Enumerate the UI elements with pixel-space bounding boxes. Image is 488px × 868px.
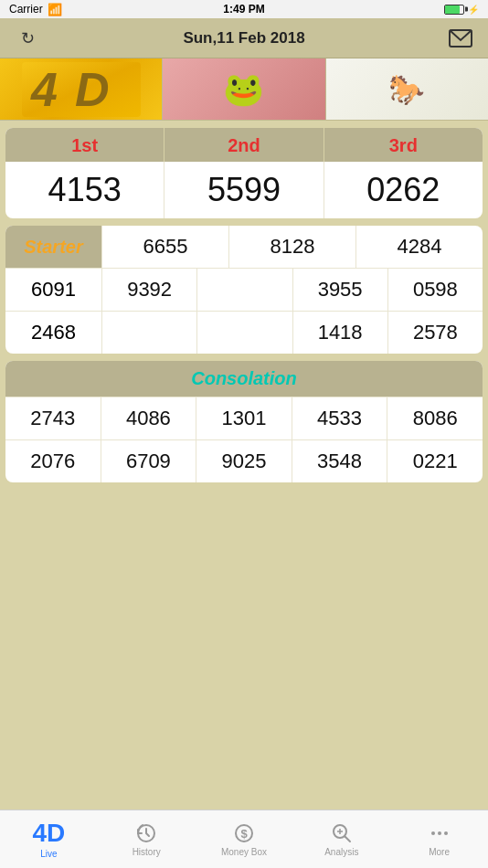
starter-right-2: 9392 3955 0598 <box>102 269 483 311</box>
tab-moneybox[interactable]: $ Money Box <box>196 810 293 868</box>
horse-emoji: 🐎 <box>388 72 425 107</box>
starter-label-cell: Starter <box>5 226 102 268</box>
consolation-table: Consolation 2743 4086 1301 4533 8086 207… <box>5 361 483 482</box>
tab-analysis[interactable]: Analysis <box>292 810 390 868</box>
4d-logo-svg: 4 D <box>22 62 141 117</box>
con-r1-c3: 1301 <box>196 397 292 439</box>
mail-button[interactable] <box>448 26 473 51</box>
results-header: 1st 2nd 3rd <box>5 128 483 162</box>
starter-num-2: 8128 <box>229 226 356 268</box>
logo-horse[interactable]: 🐎 <box>326 58 488 120</box>
battery-icon <box>444 5 464 15</box>
history-icon <box>135 822 157 844</box>
nav-bar: ↻ Sun,11 Feb 2018 <box>0 18 488 58</box>
starter-header-row: Starter 6655 8128 4284 <box>5 226 483 268</box>
con-r2-c2: 6709 <box>101 440 197 482</box>
result-3rd: 0262 <box>324 162 483 218</box>
tab-analysis-label: Analysis <box>324 847 358 857</box>
rank-2nd-header: 2nd <box>164 128 324 162</box>
svg-line-8 <box>345 836 350 842</box>
starter-table: Starter 6655 8128 4284 6091 9392 3955 05… <box>5 226 483 354</box>
con-r2-c1: 2076 <box>5 440 101 482</box>
starter-row-2: 6091 9392 3955 0598 <box>5 268 483 311</box>
starter-label: Starter <box>24 237 82 258</box>
results-table: 1st 2nd 3rd 4153 5599 0262 <box>5 128 483 218</box>
logo-frog[interactable]: 🐸 <box>163 58 325 120</box>
svg-text:D: D <box>75 63 110 116</box>
more-icon <box>429 822 451 844</box>
starter-r2-3: 3955 <box>293 269 388 311</box>
status-carrier: Carrier 📶 <box>9 3 62 16</box>
status-right: ⚡ <box>444 5 479 15</box>
starter-r3-2 <box>197 312 292 354</box>
moneybox-icon: $ <box>233 822 255 844</box>
starter-left-2: 6091 <box>5 269 102 311</box>
con-r1-c5: 8086 <box>387 397 483 439</box>
tab-bar: 4D Live History $ Money Box Analysis <box>0 810 488 868</box>
status-bar: Carrier 📶 1:49 PM ⚡ <box>0 0 488 18</box>
rank-1st-header: 1st <box>5 128 164 162</box>
carrier-label: Carrier <box>9 3 43 16</box>
rank-3rd-header: 3rd <box>324 128 483 162</box>
tab-history[interactable]: History <box>98 810 196 868</box>
con-r1-c1: 2743 <box>5 397 101 439</box>
logo-row: 4 D 🐸 🐎 <box>0 58 488 121</box>
con-r2-c4: 3548 <box>292 440 388 482</box>
reload-button[interactable]: ↻ <box>15 26 40 51</box>
svg-text:$: $ <box>240 827 248 841</box>
starter-r3-1 <box>102 312 197 354</box>
tab-history-label: History <box>133 847 161 857</box>
starter-first-nums: 6655 8128 4284 <box>102 226 483 268</box>
tab-moneybox-label: Money Box <box>221 847 267 857</box>
tab-live-icon: 4D <box>33 820 66 846</box>
tab-live-label: Live <box>40 849 57 859</box>
con-r1-c4: 4533 <box>292 397 388 439</box>
result-1st: 4153 <box>5 162 164 218</box>
wifi-icon: 📶 <box>48 3 62 16</box>
starter-r3-4: 2578 <box>388 312 483 354</box>
svg-point-12 <box>438 831 441 835</box>
svg-text:4: 4 <box>30 63 58 116</box>
consolation-label: Consolation <box>191 368 297 388</box>
starter-num-3: 4284 <box>356 226 483 268</box>
starter-left-3: 2468 <box>5 312 102 354</box>
svg-point-11 <box>431 831 435 835</box>
starter-r3-3: 1418 <box>293 312 388 354</box>
status-time: 1:49 PM <box>223 3 264 16</box>
tab-live[interactable]: 4D Live <box>0 810 98 868</box>
con-r2-c3: 9025 <box>196 440 292 482</box>
starter-num-1: 6655 <box>102 226 229 268</box>
frog-emoji: 🐸 <box>223 70 264 109</box>
con-r2-c5: 0221 <box>387 440 483 482</box>
starter-row-3: 2468 1418 2578 <box>5 311 483 354</box>
logo-4d[interactable]: 4 D <box>0 58 163 120</box>
battery-bolt: ⚡ <box>468 5 479 15</box>
consolation-row-2: 2076 6709 9025 3548 0221 <box>5 439 483 482</box>
starter-r2-1: 9392 <box>102 269 197 311</box>
results-values: 4153 5599 0262 <box>5 162 483 218</box>
main-content: 1st 2nd 3rd 4153 5599 0262 Starter 6655 … <box>0 121 488 497</box>
consolation-row-1: 2743 4086 1301 4533 8086 <box>5 397 483 439</box>
analysis-icon <box>331 822 353 844</box>
starter-r2-2 <box>197 269 292 311</box>
nav-title: Sun,11 Feb 2018 <box>183 29 304 48</box>
consolation-header: Consolation <box>5 361 483 397</box>
con-r1-c2: 4086 <box>101 397 197 439</box>
svg-point-13 <box>444 831 448 835</box>
result-2nd: 5599 <box>164 162 324 218</box>
starter-r2-4: 0598 <box>388 269 483 311</box>
tab-more-label: More <box>429 847 450 857</box>
tab-more[interactable]: More <box>390 810 488 868</box>
mail-icon <box>449 29 472 48</box>
starter-right-3: 1418 2578 <box>102 312 483 354</box>
